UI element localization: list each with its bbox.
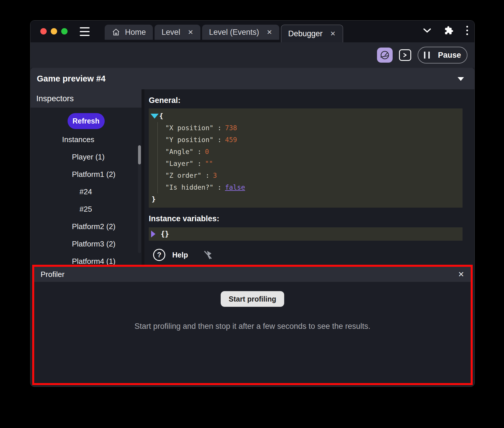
json-rows: "X position" : 738 "Y position" : 459 "A… [157,122,463,193]
profiler-title: Profiler [41,270,64,279]
kebab-menu-icon[interactable] [466,26,468,35]
json-root-close: } [149,193,463,205]
inspectors-header: Inspectors [30,89,142,108]
tree-item-instance-25[interactable]: #25 [30,200,142,218]
extensions-puzzle-icon[interactable] [444,26,454,35]
tree-item-instances[interactable]: Instances [30,131,142,148]
window-minimize-button[interactable] [51,28,57,35]
profiler-body: Start profiling Start profiling and then… [34,282,471,331]
game-preview-title: Game preview #4 [37,74,106,84]
tree-item-platform4[interactable]: Platform4 (1) [30,253,142,265]
json-value[interactable]: 0 [205,146,209,158]
hamburger-menu-icon[interactable] [80,27,90,36]
instance-variables-label: Instance variables: [149,213,474,224]
debugger-toolbar: Pause [30,42,474,68]
console-button[interactable] [399,49,411,61]
chevron-down-icon[interactable] [423,28,432,33]
screenshot-stage: Home Level ✕ Level (Events) ✕ Debugger ✕ [0,0,504,428]
tab-close-icon[interactable]: ✕ [266,28,272,36]
tab-home[interactable]: Home [105,25,153,40]
tree-item-platform3[interactable]: Platform3 (2) [30,235,142,253]
tab-label: Home [125,28,146,37]
pause-button[interactable]: Pause [418,47,467,64]
json-value[interactable]: 459 [225,134,237,146]
tree-item-platform2[interactable]: Platform2 (2) [30,218,142,235]
profiler-gauge-button[interactable] [377,48,393,63]
json-value[interactable]: false [225,182,245,193]
console-chevron-icon [402,51,409,59]
json-row-is-hidden: "Is hidden?" : false [165,182,463,193]
json-row-angle: "Angle" : 0 [165,146,463,158]
expander-collapsed-icon[interactable] [151,231,155,237]
general-json-tree: { "X position" : 738 "Y position" : 459 … [149,108,463,208]
empty-object-braces: {} [161,230,169,238]
dropdown-arrow-icon [458,77,464,81]
instances-tree: Instances Player (1) Platform1 (2) #24 #… [30,131,142,265]
titlebar-actions [423,26,468,35]
tab-strip: Home Level ✕ Level (Events) ✕ Debugger ✕ [105,25,343,42]
open-brace: { [159,110,163,122]
instance-variables-tree: {} [149,227,463,241]
json-row-z-order: "Z order" : 3 [165,170,463,182]
json-root-line: { [149,110,463,122]
inspector-detail-panel: General: { "X position" : 738 "Y positio… [144,89,474,265]
tree-item-instance-24[interactable]: #24 [30,183,142,200]
help-question-icon[interactable]: ? [153,249,165,261]
json-value[interactable]: 3 [213,170,217,182]
home-icon [112,28,120,37]
tab-label: Debugger [288,29,323,38]
window-zoom-button[interactable] [61,28,68,35]
json-row-y-position: "Y position" : 459 [165,134,463,146]
refresh-button[interactable]: Refresh [68,113,105,129]
tab-label: Level [162,28,180,37]
gauge-icon [380,50,390,60]
profiler-panel: Profiler ✕ Start profiling Start profili… [32,265,473,385]
general-label: General: [149,95,474,106]
window-close-button[interactable] [40,28,47,35]
profiler-header: Profiler ✕ [34,267,471,282]
json-value[interactable]: "" [205,158,213,170]
title-bar: Home Level ✕ Level (Events) ✕ Debugger ✕ [30,21,474,42]
tree-item-player[interactable]: Player (1) [30,148,142,166]
tab-close-icon[interactable]: ✕ [330,30,336,38]
panel-divider [142,89,144,265]
tab-level-events[interactable]: Level (Events) ✕ [202,25,279,40]
help-button[interactable]: Help [172,251,188,259]
pause-icon [424,52,425,59]
json-value[interactable]: 738 [225,122,237,134]
tree-item-platform1[interactable]: Platform1 (2) [30,166,142,183]
game-preview-selector[interactable]: Game preview #4 [30,68,474,89]
tab-label: Level (Events) [209,28,259,37]
profiler-hint-text: Start profiling and then stop it after a… [135,322,370,331]
tab-level[interactable]: Level ✕ [155,25,200,40]
pause-label: Pause [438,51,461,60]
toolbar-actions: Pause [377,47,467,64]
window-controls [40,28,68,35]
debugger-main: Inspectors Refresh Instances Player (1) … [30,89,474,265]
profiler-close-icon[interactable]: ✕ [458,270,464,279]
tab-debugger[interactable]: Debugger ✕ [281,25,343,42]
json-row-layer: "Layer" : "" [165,158,463,170]
close-brace: } [152,193,156,205]
help-row: ? Help [153,249,213,261]
expander-open-icon[interactable] [151,114,159,119]
inspectors-sidebar: Inspectors Refresh Instances Player (1) … [30,89,142,265]
unpin-icon[interactable] [202,249,213,260]
json-row-x-position: "X position" : 738 [165,122,463,134]
app-window: Home Level ✕ Level (Events) ✕ Debugger ✕ [30,20,475,387]
tab-close-icon[interactable]: ✕ [188,28,193,36]
sidebar-scrollbar-thumb[interactable] [138,145,141,164]
start-profiling-button[interactable]: Start profiling [221,291,284,307]
